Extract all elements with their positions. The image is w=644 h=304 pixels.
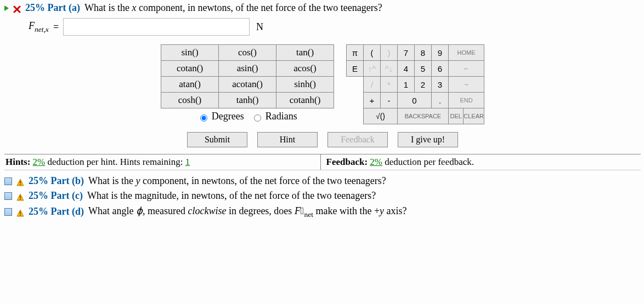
key-del-clear: DEL CLEAR (449, 108, 484, 124)
blank (347, 93, 364, 108)
fn-acos[interactable]: acos() (276, 61, 334, 77)
part-b-question: What is the y component, in newtons, of … (88, 175, 386, 187)
key-minus[interactable]: - (381, 93, 398, 108)
feedback-info: Feedback: 2% deduction per feedback. (321, 154, 641, 170)
svg-rect-3 (20, 199, 21, 200)
key-mul[interactable]: * (381, 77, 398, 93)
hints-text: deduction per hint. Hints remaining: (45, 157, 185, 167)
feedback-pct[interactable]: 2% (370, 157, 382, 167)
hints-info: Hints: 2% deduction per hint. Hints rema… (4, 154, 321, 170)
fn-cosh[interactable]: cosh() (161, 93, 219, 108)
key-dot[interactable]: . (432, 93, 449, 108)
answer-sub: net,x (35, 25, 49, 33)
fn-tan[interactable]: tan() (276, 45, 334, 61)
part-b-row: 25% Part (b) What is the y component, in… (4, 174, 641, 188)
mode-radians[interactable]: Radians (251, 111, 297, 122)
key-6[interactable]: 6 (432, 61, 449, 77)
part-c-row: 25% Part (c) What is the magnitude, in n… (4, 188, 641, 203)
part-d-question: What angle ϕ, measured clockwise in degr… (88, 205, 407, 219)
fn-tanh[interactable]: tanh() (219, 93, 276, 108)
fn-cotanh[interactable]: cotanh() (276, 93, 334, 108)
key-backspace[interactable]: BACKSPACE (398, 108, 449, 124)
key-4[interactable]: 4 (398, 61, 415, 77)
fn-sinh[interactable]: sinh() (276, 77, 334, 93)
blank (347, 108, 364, 124)
feedback-button[interactable]: Feedback (327, 132, 388, 147)
svg-rect-2 (20, 196, 21, 198)
function-table: sin()cos()tan() cotan()asin()acos() atan… (161, 44, 334, 108)
svg-rect-4 (20, 211, 21, 214)
numpad-table: π ( ) 7 8 9 HOME E ↑^ ^↓ 4 5 6 ← / * (346, 44, 484, 124)
part-d-row: 25% Part (d) What angle ϕ, measured cloc… (4, 203, 641, 221)
key-1[interactable]: 1 (398, 77, 415, 93)
radio-degrees[interactable] (200, 114, 207, 122)
equals: = (53, 21, 59, 33)
fn-asin[interactable]: asin() (219, 61, 276, 77)
wrong-icon (13, 4, 21, 12)
angle-mode: Degrees Radians (161, 108, 334, 122)
svg-rect-0 (20, 181, 21, 183)
expand-icon[interactable] (4, 177, 12, 185)
key-up[interactable]: ↑^ (364, 61, 381, 77)
key-pi[interactable]: π (347, 45, 364, 61)
fn-atan[interactable]: atan() (161, 77, 219, 93)
part-a-label: 25% Part (a) (25, 2, 80, 14)
hints-remaining[interactable]: 1 (185, 157, 190, 167)
label-radians: Radians (265, 111, 297, 122)
key-0[interactable]: 0 (398, 93, 432, 108)
key-7[interactable]: 7 (398, 45, 415, 61)
part-d-label: 25% Part (d) (29, 206, 84, 217)
info-row: Hints: 2% deduction per hint. Hints rema… (4, 154, 641, 170)
key-8[interactable]: 8 (415, 45, 432, 61)
fn-acotan[interactable]: acotan() (219, 77, 276, 93)
answer-input[interactable] (63, 18, 250, 36)
giveup-button[interactable]: I give up! (398, 132, 458, 147)
part-c-question: What is the magnitude, in newtons, of th… (87, 190, 376, 202)
key-clear[interactable]: CLEAR (464, 108, 484, 124)
key-5[interactable]: 5 (415, 61, 432, 77)
key-sqrt[interactable]: √() (364, 108, 398, 124)
key-end[interactable]: END (449, 93, 484, 108)
number-pad: π ( ) 7 8 9 HOME E ↑^ ^↓ 4 5 6 ← / * (346, 44, 484, 124)
key-div[interactable]: / (364, 77, 381, 93)
warning-icon (16, 208, 24, 216)
part-a-question: What is the x component, in newtons, of … (84, 2, 382, 14)
hint-button[interactable]: Hint (257, 132, 318, 147)
svg-rect-5 (20, 215, 21, 216)
expand-icon[interactable] (4, 208, 12, 216)
warning-icon (16, 177, 24, 185)
expand-icon[interactable] (4, 192, 12, 200)
fn-cos[interactable]: cos() (219, 45, 276, 61)
key-left[interactable]: ← (449, 61, 484, 77)
submit-button[interactable]: Submit (187, 132, 247, 147)
other-parts: 25% Part (b) What is the y component, in… (4, 170, 641, 221)
answer-symbol: Fnet,x (29, 20, 49, 34)
calculator: sin()cos()tan() cotan()asin()acos() atan… (4, 44, 641, 124)
key-right[interactable]: → (449, 77, 484, 93)
key-rparen[interactable]: ) (381, 45, 398, 61)
collapse-icon[interactable] (4, 5, 9, 11)
key-home[interactable]: HOME (449, 45, 484, 61)
key-down[interactable]: ^↓ (381, 61, 398, 77)
fn-sin[interactable]: sin() (161, 45, 219, 61)
key-lparen[interactable]: ( (364, 45, 381, 61)
q-prefix: What is the (84, 2, 132, 13)
part-c-label: 25% Part (c) (29, 190, 83, 202)
feedback-label: Feedback: (326, 157, 368, 167)
answer-F: F (29, 20, 35, 31)
fn-cotan[interactable]: cotan() (161, 61, 219, 77)
key-del[interactable]: DEL (449, 108, 464, 124)
key-3[interactable]: 3 (432, 77, 449, 93)
hints-pct[interactable]: 2% (33, 157, 46, 167)
key-plus[interactable]: + (364, 93, 381, 108)
key-2[interactable]: 2 (415, 77, 432, 93)
key-9[interactable]: 9 (432, 45, 449, 61)
mode-degrees[interactable]: Degrees (197, 111, 244, 122)
label-degrees: Degrees (212, 111, 244, 122)
hints-label: Hints: (5, 157, 30, 167)
key-E[interactable]: E (347, 61, 364, 77)
feedback-text: deduction per feedback. (382, 157, 474, 167)
answer-row: Fnet,x = N (4, 17, 641, 44)
answer-unit: N (254, 21, 263, 33)
radio-radians[interactable] (254, 114, 261, 122)
